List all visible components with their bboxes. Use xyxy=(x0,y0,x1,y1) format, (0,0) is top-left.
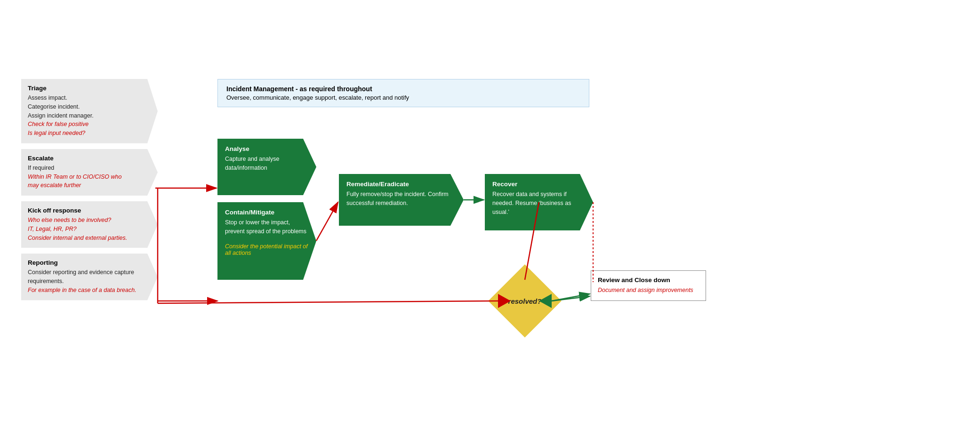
kickoff-box: Kick off response Who else needs to be i… xyxy=(21,201,158,248)
analyse-title: Analyse xyxy=(225,145,309,152)
incident-banner-subtitle: Oversee, communicate, engage support, es… xyxy=(226,94,580,101)
reporting-text: Consider reporting and evidence capture … xyxy=(28,268,151,286)
review-italic: Document and assign improvements xyxy=(598,286,699,295)
escalate-italic: Within IR Team or to CIO/CISO whomay esc… xyxy=(28,173,151,190)
escalate-box: Escalate If required Within IR Team or t… xyxy=(21,149,158,196)
review-title: Review and Close down xyxy=(598,276,699,284)
recover-box: Recover Recover data and systems if need… xyxy=(485,174,593,230)
kickoff-italic: Who else needs to be involved?IT, Legal,… xyxy=(28,216,151,242)
remediate-box: Remediate/Eradicate Fully remove/stop th… xyxy=(339,174,464,226)
analyse-text: Capture and analyse data/information xyxy=(225,155,309,173)
remediate-text: Fully remove/stop the incident. Confirm … xyxy=(346,190,456,208)
triage-italic: Check for false positiveIs legal input n… xyxy=(28,120,151,138)
reporting-italic: For example in the case of a data breach… xyxy=(28,286,151,295)
svg-line-8 xyxy=(158,301,498,303)
contain-box: Contain/Mitigate Stop or lower the impac… xyxy=(217,202,316,280)
reporting-title: Reporting xyxy=(28,259,151,266)
diamond-label: resolved? xyxy=(497,278,553,324)
escalate-title: Escalate xyxy=(28,155,151,162)
kickoff-title: Kick off response xyxy=(28,207,151,214)
review-box: Review and Close down Document and assig… xyxy=(591,270,706,301)
contain-title: Contain/Mitigate xyxy=(225,209,309,216)
svg-line-6 xyxy=(316,202,338,241)
escalate-text: If required xyxy=(28,164,151,173)
recover-text: Recover data and systems if needed. Resu… xyxy=(492,190,586,216)
incident-banner-title: Incident Management - as required throug… xyxy=(226,85,580,93)
diagram-container: Incident Management - as required throug… xyxy=(0,0,980,442)
remediate-title: Remediate/Eradicate xyxy=(346,181,456,188)
contain-italic: Consider the potential impact of all act… xyxy=(225,243,309,256)
triage-title: Triage xyxy=(28,85,151,92)
triage-box: Triage Assess impact.Categorise incident… xyxy=(21,79,158,143)
contain-text: Stop or lower the impact, prevent spread… xyxy=(225,218,309,236)
incident-banner: Incident Management - as required throug… xyxy=(217,79,589,107)
reporting-box: Reporting Consider reporting and evidenc… xyxy=(21,253,158,300)
recover-title: Recover xyxy=(492,181,586,188)
left-column: Triage Assess impact.Categorise incident… xyxy=(21,79,158,306)
triage-text: Assess impact.Categorise incident.Assign… xyxy=(28,94,151,120)
analyse-box: Analyse Capture and analyse data/informa… xyxy=(217,139,316,195)
